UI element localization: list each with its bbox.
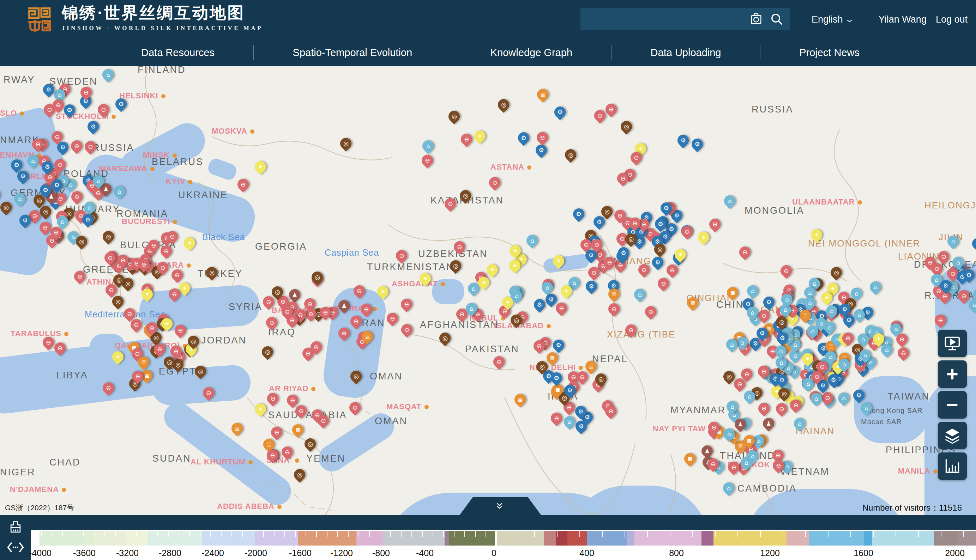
workshop-icon: ⚙ — [54, 182, 60, 188]
workshop-icon: ⚙ — [663, 234, 668, 240]
timeline-collapse-tab[interactable]: » — [460, 497, 541, 515]
clear-brush-button[interactable] — [7, 520, 25, 536]
museum-icon: ⌂ — [530, 237, 534, 243]
heritage-site-icon: ◎ — [116, 277, 121, 283]
workshop-icon: ⚙ — [537, 302, 542, 308]
artifact-site-icon: ⊖ — [32, 213, 37, 218]
timeline-tick-label: -3200 — [116, 548, 139, 558]
artifact-site-icon: ⊖ — [285, 449, 290, 455]
nav-item-knowledge-graph[interactable]: Knowledge Graph — [480, 47, 583, 58]
artifact-site-icon: ⊖ — [135, 351, 140, 357]
artifact-site-icon: ⊖ — [353, 405, 358, 410]
visitor-counter-label: Number of visitors： — [862, 503, 939, 512]
workshop-icon: ⚙ — [521, 135, 526, 141]
artifact-site-icon: ⊖ — [298, 312, 303, 318]
city-dot — [311, 387, 316, 391]
craft-icon: ♟ — [342, 303, 347, 308]
artifact-site-icon: ⊖ — [160, 265, 165, 270]
artifact-site-icon: ⊖ — [170, 234, 175, 240]
country-label: NEPAL — [592, 354, 628, 365]
timeline-panel[interactable]: -4000-3600-3200-2800-2400-2000-1600-1200… — [31, 530, 976, 560]
museum-icon: ⌂ — [811, 328, 814, 334]
museum-icon: ⌂ — [861, 336, 865, 342]
artifact-site-icon: ⊖ — [357, 288, 362, 294]
language-selector[interactable]: English ⌄ — [812, 0, 852, 39]
nav-item-spatio-temporal-evolution[interactable]: Spatio-Temporal Evolution — [282, 47, 423, 58]
city-dot — [248, 460, 252, 465]
heritage-site-icon: ◎ — [855, 347, 860, 353]
document-icon: ≣ — [730, 290, 735, 296]
nav-item-data-resources[interactable]: Data Resources — [130, 47, 225, 58]
artifact-site-icon: ⊖ — [620, 175, 625, 181]
tagged-site-icon: ✦ — [512, 263, 517, 269]
artifact-site-icon: ⊖ — [404, 301, 409, 307]
museum-icon: ⌂ — [842, 362, 846, 367]
craft-icon: ♟ — [292, 292, 297, 298]
museum-icon: ⌂ — [827, 324, 831, 330]
artifact-site-icon: ⊖ — [762, 313, 766, 319]
artifact-site-icon: ⊖ — [172, 291, 177, 297]
main-nav-items: Data ResourcesSpatio-Temporal EvolutionK… — [130, 45, 870, 60]
nav-item-project-news[interactable]: Project News — [789, 47, 870, 58]
artifact-site-icon: ⊖ — [290, 397, 295, 403]
artifact-site-icon: ⊖ — [537, 343, 541, 349]
nav-separator — [611, 45, 612, 60]
artifact-site-icon: ⊖ — [661, 280, 666, 287]
timeline-tick-label: -2800 — [159, 548, 181, 558]
museum-icon: ⌂ — [71, 234, 75, 240]
city-label: SLO — [0, 108, 24, 118]
museum-icon: ⌂ — [117, 188, 121, 194]
artifact-site-icon: ⊖ — [670, 267, 675, 273]
timeline-tickmarks-left — [31, 531, 490, 537]
artifact-site-icon: ⊖ — [825, 395, 830, 401]
zoom-in-button[interactable]: + — [938, 360, 967, 388]
zoom-out-button[interactable]: − — [938, 391, 967, 418]
museum-icon: ⌂ — [951, 238, 955, 244]
museum-icon: ⌂ — [727, 485, 731, 491]
search-input[interactable] — [580, 8, 749, 30]
region-label: Macao SAR — [861, 418, 902, 426]
nav-item-data-uploading[interactable]: Data Uploading — [640, 47, 732, 58]
country-label: MONGOLIA — [745, 205, 804, 216]
country-label: TURKMENISTAN — [367, 262, 454, 273]
search-icon[interactable] — [770, 12, 784, 26]
workshop-icon: ⚙ — [753, 340, 758, 346]
museum-icon: ⌂ — [808, 290, 812, 295]
workshop-icon: ⚙ — [22, 218, 28, 223]
plus-icon: + — [946, 364, 958, 384]
artifact-site-icon: ⊖ — [928, 260, 933, 265]
city-dot — [546, 324, 551, 328]
document-icon: ≣ — [690, 300, 695, 306]
layers-button[interactable] — [938, 422, 967, 449]
tagged-site-icon: ✦ — [677, 252, 682, 258]
user-name[interactable]: Yilan Wang — [879, 14, 927, 25]
artifact-site-icon: ⊖ — [164, 248, 169, 254]
museum-icon: ⌂ — [728, 198, 732, 204]
country-label: CAMBODIA — [737, 483, 797, 494]
city-dot — [172, 153, 177, 158]
tagged-site-icon: ✦ — [638, 146, 643, 152]
city-label: MANILA — [898, 467, 938, 476]
city-label: NAY PYI TAW — [653, 424, 713, 433]
workshop-icon: ⚙ — [856, 392, 861, 398]
statistics-button[interactable] — [938, 452, 967, 480]
camera-search-icon[interactable] — [749, 12, 763, 26]
playback-button[interactable] — [938, 330, 967, 357]
timeline-expand-button[interactable] — [7, 539, 25, 555]
museum-icon: ⌂ — [88, 204, 92, 210]
tagged-site-icon: ✦ — [830, 285, 835, 291]
heritage-site-icon: ◎ — [779, 319, 784, 325]
artifact-site-icon: ⊖ — [597, 113, 602, 119]
museum-icon: ⌂ — [864, 405, 868, 411]
map-canvas[interactable]: Black SeaCaspian SeaMediterranean SeaRWA… — [0, 66, 976, 515]
artifact-site-icon: ⊖ — [779, 406, 784, 412]
heritage-site-icon: ◎ — [343, 140, 348, 147]
city-label: ASTANA — [490, 163, 531, 172]
workshop-icon: ⚙ — [664, 205, 669, 211]
timeline-tick-label: 800 — [669, 548, 684, 558]
artifact-site-icon: ⊖ — [634, 155, 638, 161]
logout-button[interactable]: Log out — [936, 14, 968, 25]
artifact-site-icon: ⊖ — [540, 134, 545, 140]
artifact-site-icon: ⊖ — [308, 301, 312, 307]
logo-icon[interactable] — [25, 6, 53, 33]
